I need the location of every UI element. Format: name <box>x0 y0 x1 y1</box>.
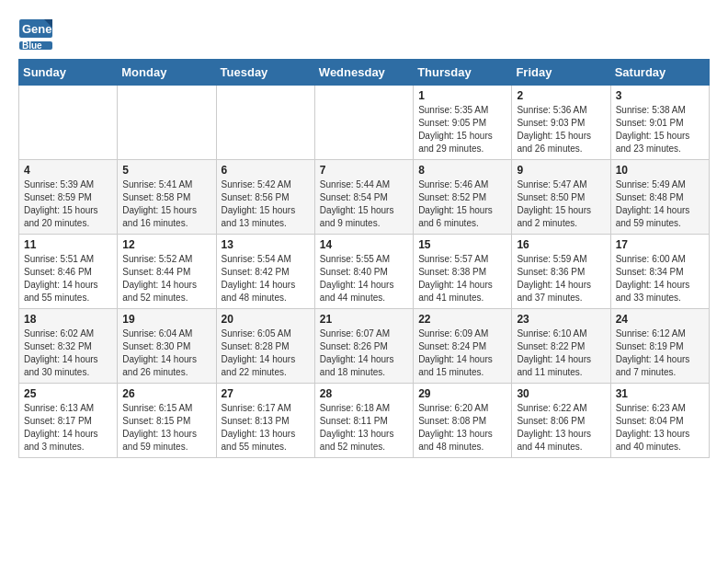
day-number: 17 <box>616 238 704 251</box>
day-number: 28 <box>320 387 408 400</box>
day-number: 15 <box>418 238 506 251</box>
day-info: Sunrise: 6:20 AM Sunset: 8:08 PM Dayligh… <box>418 402 506 454</box>
calendar-week-row: 18Sunrise: 6:02 AM Sunset: 8:32 PM Dayli… <box>19 309 710 384</box>
calendar-cell: 8Sunrise: 5:46 AM Sunset: 8:52 PM Daylig… <box>414 160 512 235</box>
day-info: Sunrise: 6:00 AM Sunset: 8:34 PM Dayligh… <box>616 253 704 304</box>
calendar-cell <box>314 86 413 160</box>
day-info: Sunrise: 5:52 AM Sunset: 8:44 PM Dayligh… <box>122 253 210 304</box>
day-number: 3 <box>616 89 704 102</box>
calendar-cell: 4Sunrise: 5:39 AM Sunset: 8:59 PM Daylig… <box>19 160 118 235</box>
day-info: Sunrise: 5:47 AM Sunset: 8:50 PM Dayligh… <box>517 178 605 230</box>
calendar-cell: 29Sunrise: 6:20 AM Sunset: 8:08 PM Dayli… <box>414 384 512 458</box>
day-number: 2 <box>517 89 605 102</box>
day-info: Sunrise: 5:42 AM Sunset: 8:56 PM Dayligh… <box>222 178 310 230</box>
calendar-cell: 3Sunrise: 5:38 AM Sunset: 9:01 PM Daylig… <box>610 86 709 160</box>
calendar-cell: 23Sunrise: 6:10 AM Sunset: 8:22 PM Dayli… <box>512 309 610 384</box>
day-info: Sunrise: 6:18 AM Sunset: 8:11 PM Dayligh… <box>320 402 408 454</box>
calendar-cell: 31Sunrise: 6:23 AM Sunset: 8:04 PM Dayli… <box>610 384 709 458</box>
day-number: 5 <box>122 164 210 177</box>
calendar-cell: 9Sunrise: 5:47 AM Sunset: 8:50 PM Daylig… <box>512 160 610 235</box>
weekday-header-friday: Friday <box>512 60 610 86</box>
weekday-header-row: SundayMondayTuesdayWednesdayThursdayFrid… <box>19 60 710 86</box>
calendar-cell: 22Sunrise: 6:09 AM Sunset: 8:24 PM Dayli… <box>414 309 512 384</box>
day-info: Sunrise: 6:17 AM Sunset: 8:13 PM Dayligh… <box>222 402 310 454</box>
day-info: Sunrise: 6:02 AM Sunset: 8:32 PM Dayligh… <box>24 327 112 379</box>
weekday-header-wednesday: Wednesday <box>314 60 413 86</box>
page-header: General Blue <box>18 18 710 50</box>
day-info: Sunrise: 5:46 AM Sunset: 8:52 PM Dayligh… <box>418 178 506 230</box>
calendar-week-row: 1Sunrise: 5:35 AM Sunset: 9:05 PM Daylig… <box>19 86 710 160</box>
day-number: 9 <box>517 164 605 177</box>
calendar-cell: 24Sunrise: 6:12 AM Sunset: 8:19 PM Dayli… <box>610 309 709 384</box>
day-number: 24 <box>616 313 704 326</box>
weekday-header-monday: Monday <box>118 60 216 86</box>
calendar-week-row: 4Sunrise: 5:39 AM Sunset: 8:59 PM Daylig… <box>19 160 710 235</box>
calendar-cell: 17Sunrise: 6:00 AM Sunset: 8:34 PM Dayli… <box>610 235 709 309</box>
day-info: Sunrise: 6:13 AM Sunset: 8:17 PM Dayligh… <box>24 402 112 454</box>
day-info: Sunrise: 6:10 AM Sunset: 8:22 PM Dayligh… <box>517 327 605 379</box>
logo: General Blue <box>18 18 53 50</box>
calendar-cell: 30Sunrise: 6:22 AM Sunset: 8:06 PM Dayli… <box>512 384 610 458</box>
day-number: 20 <box>222 313 310 326</box>
calendar-cell: 19Sunrise: 6:04 AM Sunset: 8:30 PM Dayli… <box>118 309 216 384</box>
day-number: 10 <box>616 164 704 177</box>
calendar-cell: 21Sunrise: 6:07 AM Sunset: 8:26 PM Dayli… <box>314 309 413 384</box>
day-info: Sunrise: 6:12 AM Sunset: 8:19 PM Dayligh… <box>616 327 704 379</box>
day-info: Sunrise: 6:09 AM Sunset: 8:24 PM Dayligh… <box>418 327 506 379</box>
day-number: 19 <box>122 313 210 326</box>
day-number: 22 <box>418 313 506 326</box>
day-info: Sunrise: 6:23 AM Sunset: 8:04 PM Dayligh… <box>616 402 704 454</box>
weekday-header-tuesday: Tuesday <box>216 60 314 86</box>
calendar-cell <box>216 86 314 160</box>
day-info: Sunrise: 5:36 AM Sunset: 9:03 PM Dayligh… <box>517 104 605 155</box>
calendar-cell: 16Sunrise: 5:59 AM Sunset: 8:36 PM Dayli… <box>512 235 610 309</box>
calendar-cell: 1Sunrise: 5:35 AM Sunset: 9:05 PM Daylig… <box>414 86 512 160</box>
day-number: 1 <box>418 89 506 102</box>
day-number: 4 <box>24 164 112 177</box>
calendar-cell: 11Sunrise: 5:51 AM Sunset: 8:46 PM Dayli… <box>19 235 118 309</box>
calendar-cell: 13Sunrise: 5:54 AM Sunset: 8:42 PM Dayli… <box>216 235 314 309</box>
calendar-cell: 15Sunrise: 5:57 AM Sunset: 8:38 PM Dayli… <box>414 235 512 309</box>
calendar-cell: 5Sunrise: 5:41 AM Sunset: 8:58 PM Daylig… <box>118 160 216 235</box>
day-info: Sunrise: 5:39 AM Sunset: 8:59 PM Dayligh… <box>24 178 112 230</box>
day-info: Sunrise: 5:35 AM Sunset: 9:05 PM Dayligh… <box>418 104 506 155</box>
day-number: 26 <box>122 387 210 400</box>
day-info: Sunrise: 5:38 AM Sunset: 9:01 PM Dayligh… <box>616 104 704 155</box>
day-info: Sunrise: 6:04 AM Sunset: 8:30 PM Dayligh… <box>122 327 210 379</box>
calendar-cell: 10Sunrise: 5:49 AM Sunset: 8:48 PM Dayli… <box>610 160 709 235</box>
day-info: Sunrise: 5:51 AM Sunset: 8:46 PM Dayligh… <box>24 253 112 304</box>
calendar-cell: 28Sunrise: 6:18 AM Sunset: 8:11 PM Dayli… <box>314 384 413 458</box>
day-info: Sunrise: 6:07 AM Sunset: 8:26 PM Dayligh… <box>320 327 408 379</box>
day-info: Sunrise: 5:41 AM Sunset: 8:58 PM Dayligh… <box>122 178 210 230</box>
day-number: 31 <box>616 387 704 400</box>
day-number: 11 <box>24 238 112 251</box>
calendar-cell <box>19 86 118 160</box>
day-number: 12 <box>122 238 210 251</box>
day-number: 7 <box>320 164 408 177</box>
calendar-cell: 18Sunrise: 6:02 AM Sunset: 8:32 PM Dayli… <box>19 309 118 384</box>
day-number: 8 <box>418 164 506 177</box>
calendar-week-row: 25Sunrise: 6:13 AM Sunset: 8:17 PM Dayli… <box>19 384 710 458</box>
day-number: 16 <box>517 238 605 251</box>
day-number: 13 <box>222 238 310 251</box>
day-info: Sunrise: 5:54 AM Sunset: 8:42 PM Dayligh… <box>222 253 310 304</box>
calendar-cell: 12Sunrise: 5:52 AM Sunset: 8:44 PM Dayli… <box>118 235 216 309</box>
day-number: 25 <box>24 387 112 400</box>
day-number: 30 <box>517 387 605 400</box>
day-number: 14 <box>320 238 408 251</box>
svg-text:Blue: Blue <box>22 40 42 50</box>
day-number: 27 <box>222 387 310 400</box>
day-info: Sunrise: 5:44 AM Sunset: 8:54 PM Dayligh… <box>320 178 408 230</box>
day-info: Sunrise: 6:05 AM Sunset: 8:28 PM Dayligh… <box>222 327 310 379</box>
calendar-cell: 26Sunrise: 6:15 AM Sunset: 8:15 PM Dayli… <box>118 384 216 458</box>
day-number: 18 <box>24 313 112 326</box>
calendar-cell: 27Sunrise: 6:17 AM Sunset: 8:13 PM Dayli… <box>216 384 314 458</box>
day-info: Sunrise: 5:59 AM Sunset: 8:36 PM Dayligh… <box>517 253 605 304</box>
day-number: 21 <box>320 313 408 326</box>
calendar-cell <box>118 86 216 160</box>
logo-svg: General Blue <box>18 18 53 50</box>
day-info: Sunrise: 5:49 AM Sunset: 8:48 PM Dayligh… <box>616 178 704 230</box>
day-number: 29 <box>418 387 506 400</box>
day-info: Sunrise: 6:15 AM Sunset: 8:15 PM Dayligh… <box>122 402 210 454</box>
weekday-header-sunday: Sunday <box>19 60 118 86</box>
